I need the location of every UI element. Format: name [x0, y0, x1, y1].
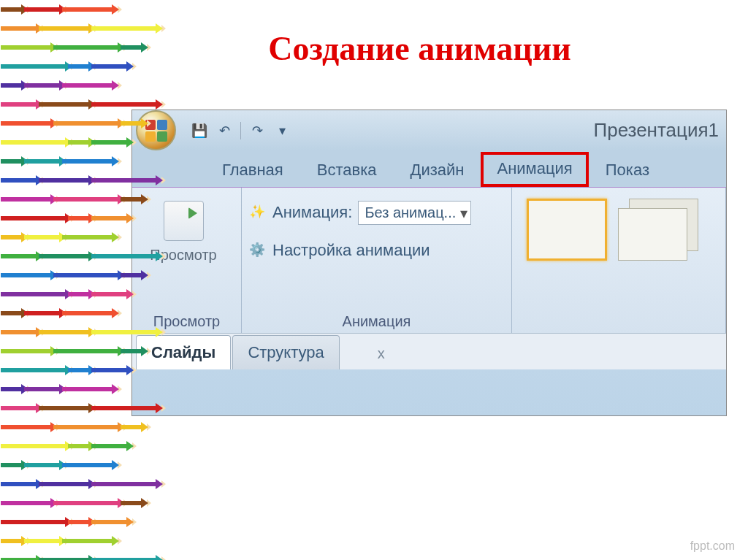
- preview-icon: [164, 201, 204, 241]
- slide-area: Создание анимации 💾 ↶ ↷ ▾ Презентация1 Г…: [91, 0, 748, 560]
- custom-animation-label: Настройка анимации: [272, 241, 430, 260]
- ribbon-body: Просмотр Просмотр ✨ Анимация: Без анимац…: [132, 187, 726, 333]
- pencil-border: [0, 0, 91, 560]
- animation-dropdown[interactable]: Без анимац...: [358, 201, 471, 225]
- transition-none[interactable]: [527, 199, 607, 261]
- animation-selector-row: ✨ Анимация: Без анимац...: [249, 198, 504, 227]
- tab-insert[interactable]: Вставка: [300, 154, 394, 187]
- save-icon[interactable]: 💾: [189, 120, 210, 141]
- animate-icon: ✨: [249, 204, 267, 221]
- ribbon-tabs: Главная Вставка Дизайн Анимация Показ: [132, 150, 726, 187]
- undo-icon[interactable]: ↶: [214, 120, 234, 141]
- transition-fade[interactable]: [618, 199, 698, 261]
- office-button[interactable]: [136, 110, 176, 150]
- quick-access-toolbar: 💾 ↶ ↷ ▾ Презентация1: [132, 110, 726, 150]
- animation-group-label: Анимация: [242, 313, 511, 330]
- pane-tab-outline[interactable]: Структура: [232, 335, 339, 369]
- redo-icon[interactable]: ↷: [247, 120, 267, 141]
- tab-animation[interactable]: Анимация: [481, 152, 588, 187]
- custom-animation-icon: ⚙️: [249, 242, 267, 259]
- animation-label: Анимация:: [272, 203, 352, 222]
- document-title: Презентация1: [593, 119, 719, 142]
- animation-group: ✨ Анимация: Без анимац... ⚙️ Настройка а…: [242, 188, 512, 333]
- transitions-gallery: [519, 199, 718, 261]
- preview-button[interactable]: Просмотр: [140, 193, 227, 264]
- qat-more-icon[interactable]: ▾: [272, 120, 292, 141]
- tab-slideshow[interactable]: Показ: [589, 154, 666, 187]
- pane-close-button[interactable]: x: [370, 338, 392, 369]
- custom-animation-row[interactable]: ⚙️ Настройка анимации: [249, 236, 504, 265]
- preview-group: Просмотр Просмотр: [132, 188, 242, 333]
- powerpoint-screenshot: 💾 ↶ ↷ ▾ Презентация1 Главная Вставка Диз…: [131, 110, 727, 416]
- preview-group-label: Просмотр: [132, 313, 241, 330]
- tab-design[interactable]: Дизайн: [394, 154, 481, 187]
- slide-title: Создание анимации: [91, 29, 748, 68]
- watermark: fppt.com: [690, 540, 735, 553]
- slide-pane-tabs: Слайды Структура x: [132, 333, 726, 369]
- separator: [240, 122, 241, 139]
- transitions-group: [512, 188, 726, 333]
- tab-home[interactable]: Главная: [205, 154, 300, 187]
